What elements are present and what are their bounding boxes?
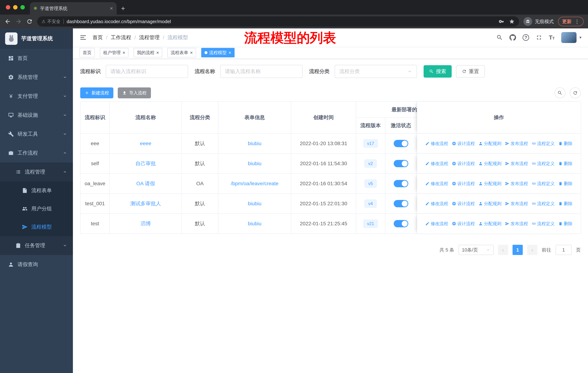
reload-icon[interactable] [26,18,33,25]
tag-my-process[interactable]: 我的流程 × [134,48,162,57]
search-icon[interactable] [496,34,503,41]
assign-rule-link[interactable]: 分配规则 [478,141,501,146]
breadcrumb-item[interactable]: 流程管理 [139,34,160,41]
form-info-link[interactable]: biubiu [248,161,262,166]
github-icon[interactable] [509,34,516,41]
help-icon[interactable]: ? [523,34,529,41]
version-badge[interactable]: v21 [363,220,378,228]
goto-page-input[interactable] [556,245,572,255]
address-bar[interactable]: ⚠ 不安全 dashboard.yudao.iocoder.cn/bpm/man… [37,16,519,27]
reset-button[interactable]: 重置 [456,65,485,78]
search-button[interactable]: 搜索 [424,65,452,78]
tab-close-icon[interactable]: × [110,5,113,11]
modify-process-link[interactable]: 修改流程 [425,221,448,227]
close-window-button[interactable] [6,5,10,10]
publish-process-link[interactable]: 发布流程 [505,181,528,186]
delete-link[interactable]: 删除 [558,221,573,227]
tag-close-icon[interactable]: × [156,50,159,56]
minimize-window-button[interactable] [13,5,18,10]
zoom-window-button[interactable] [21,5,25,10]
form-info-link[interactable]: biubiu [248,201,262,207]
browser-update-button[interactable]: 更新 ⋮ [558,17,584,26]
sidebar-item-process-form[interactable]: 流程表单 [0,181,73,200]
prev-page-button[interactable]: ‹ [498,245,508,255]
version-badge[interactable]: v4 [365,200,376,208]
assign-rule-link[interactable]: 分配规则 [478,221,501,227]
process-name-link[interactable]: 自己审批 [136,160,156,167]
hamburger-icon[interactable] [79,34,87,41]
toggle-search-button[interactable] [555,87,565,98]
tag-close-icon[interactable]: × [229,50,231,56]
sidebar-item-infrastructure[interactable]: 基础设施 [0,106,73,125]
version-badge[interactable]: v5 [365,180,376,188]
sidebar-item-process-management[interactable]: 流程管理 [0,162,73,181]
create-process-button[interactable]: 新建流程 [80,87,113,98]
security-status[interactable]: ⚠ 不安全 [42,19,61,24]
delete-link[interactable]: 删除 [558,181,573,186]
active-toggle[interactable] [394,220,408,227]
process-definition-link[interactable]: 流程定义 [532,141,555,146]
sidebar-item-devtools[interactable]: 研发工具 [0,125,73,143]
modify-process-link[interactable]: 修改流程 [425,141,448,146]
modify-process-link[interactable]: 修改流程 [425,181,448,186]
process-name-link[interactable]: OA 请假 [136,180,155,187]
app-logo[interactable]: 芋道管理系统 [0,28,73,49]
process-name-input[interactable] [220,65,303,78]
publish-process-link[interactable]: 发布流程 [505,201,528,207]
sidebar-item-payment[interactable]: ¥ 支付管理 [0,87,73,106]
active-toggle[interactable] [394,200,408,207]
publish-process-link[interactable]: 发布流程 [505,141,528,146]
delete-link[interactable]: 删除 [558,161,573,166]
modify-process-link[interactable]: 修改流程 [425,201,448,207]
process-definition-link[interactable]: 流程定义 [532,201,555,207]
delete-link[interactable]: 删除 [558,141,573,146]
sidebar-item-workflow[interactable]: 工作流程 [0,143,73,162]
assign-rule-link[interactable]: 分配规则 [478,161,501,166]
sidebar-item-process-model[interactable]: 流程模型 [0,218,73,236]
process-definition-link[interactable]: 流程定义 [532,161,555,166]
fullscreen-icon[interactable] [536,34,542,41]
active-toggle[interactable] [394,140,408,147]
design-process-link[interactable]: 设计流程 [452,141,475,146]
font-size-icon[interactable]: TT [549,35,555,40]
sidebar-item-task-management[interactable]: 任务管理 [0,236,73,255]
assign-rule-link[interactable]: 分配规则 [478,181,501,186]
design-process-link[interactable]: 设计流程 [452,181,475,186]
delete-link[interactable]: 删除 [558,201,573,207]
browser-menu-icon[interactable]: ⋮ [575,19,580,25]
modify-process-link[interactable]: 修改流程 [425,161,448,166]
version-badge[interactable]: v17 [363,140,378,148]
import-process-button[interactable]: 导入流程 [118,87,151,98]
version-badge[interactable]: v2 [365,160,376,168]
breadcrumb-item[interactable]: 工作流程 [111,34,131,41]
tag-close-icon[interactable]: × [190,50,193,56]
tag-close-icon[interactable]: × [123,50,125,56]
publish-process-link[interactable]: 发布流程 [505,221,528,227]
design-process-link[interactable]: 设计流程 [452,161,475,166]
sidebar-item-home[interactable]: 首页 [0,49,73,68]
form-info-link[interactable]: biubiu [248,141,262,146]
password-key-icon[interactable] [499,19,504,24]
tag-tenant[interactable]: 租户管理 × [100,48,128,57]
tag-home[interactable]: 首页 [79,48,95,57]
process-definition-link[interactable]: 流程定义 [532,181,555,186]
sidebar-item-leave-query[interactable]: 请假查询 [0,255,73,274]
process-definition-link[interactable]: 流程定义 [532,221,555,227]
process-name-link[interactable]: 测试多审批人 [130,200,161,207]
tag-process-model[interactable]: 流程模型 × [201,48,235,57]
design-process-link[interactable]: 设计流程 [452,221,475,227]
active-toggle[interactable] [394,160,408,167]
process-category-select[interactable]: 流程分类 [335,65,417,78]
assign-rule-link[interactable]: 分配规则 [478,201,501,207]
design-process-link[interactable]: 设计流程 [452,201,475,207]
form-info-link[interactable]: /bpm/oa/leave/create [231,181,279,186]
sidebar-item-user-group[interactable]: 用户分组 [0,200,73,218]
back-icon[interactable] [4,18,11,25]
browser-tab[interactable]: ❋ 芋道管理系统 × [30,2,117,15]
refresh-table-button[interactable] [570,87,581,98]
new-tab-button[interactable]: + [121,5,125,12]
next-page-button[interactable]: › [527,245,537,255]
page-size-select[interactable]: 10条/页 [459,245,494,255]
bookmark-star-icon[interactable] [509,19,515,24]
process-name-link[interactable]: 滔博 [141,220,151,227]
